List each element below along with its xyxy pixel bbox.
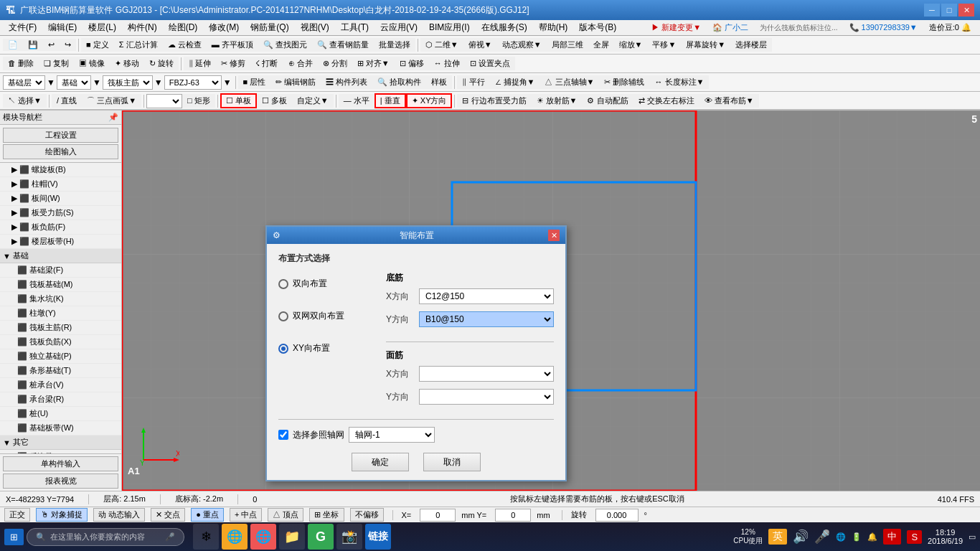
save-btn[interactable]: 💾 xyxy=(23,39,43,51)
line-type-select[interactable] xyxy=(146,94,182,108)
sidebar-item-slab-gap[interactable]: ▶ ⬛ 板间(W) xyxy=(0,192,121,206)
find-layer-btn[interactable]: 🔍 查找图元 xyxy=(258,38,312,52)
dynamic-obs-btn[interactable]: 动态观察▼ xyxy=(497,38,547,52)
menu-help[interactable]: 帮助(H) xyxy=(533,20,574,35)
define-btn[interactable]: ■ 定义 xyxy=(81,38,114,52)
snap-object[interactable]: 🖱 对象捕捉 xyxy=(36,508,88,522)
sidebar-item-sump[interactable]: ⬛ 集水坑(K) xyxy=(0,292,121,306)
xy-direction-btn[interactable]: ✦ XY方向 xyxy=(406,93,453,108)
sidebar-item-col-cap[interactable]: ▶ ⬛ 柱帽(V) xyxy=(0,177,121,192)
angle-btn[interactable]: ∠ 捕捉角▼ xyxy=(490,75,540,89)
rotate-btn[interactable]: ↻ 旋转 xyxy=(144,57,179,70)
taskbar-search[interactable]: 🔍 在这里输入你要搜索的内容 🎤 xyxy=(27,528,184,546)
network-icon[interactable]: 🌐 xyxy=(836,532,846,542)
sogo-icon[interactable]: S xyxy=(907,530,922,544)
extend-btn[interactable]: ‖ 延伸 xyxy=(184,57,216,70)
taskbar-app-1[interactable]: 🌐 xyxy=(222,524,248,550)
auto-config-btn[interactable]: ⚙ 自动配筋 xyxy=(582,94,633,108)
calc-btn[interactable]: Σ 汇总计算 xyxy=(114,38,163,52)
offset-btn[interactable]: ⊡ 偏移 xyxy=(395,57,429,70)
menu-modify[interactable]: 修改(M) xyxy=(203,20,245,35)
menu-tools[interactable]: 工具(T) xyxy=(335,20,374,35)
menu-gxe[interactable]: 🏠 广小二 xyxy=(707,21,754,34)
single-comp-btn[interactable]: 单构件输入 xyxy=(3,456,118,471)
del-aux-btn[interactable]: ✂ 删除辅线 xyxy=(599,75,649,89)
menu-edit[interactable]: 编辑(E) xyxy=(42,20,83,35)
sample-btn[interactable]: 样板 xyxy=(426,75,452,89)
move-btn[interactable]: ✦ 移动 xyxy=(110,57,144,70)
sidebar-item-isolated-found[interactable]: ⬛ 独立基础(P) xyxy=(0,349,121,364)
line-btn[interactable]: / 直线 xyxy=(52,94,82,108)
taskbar-app-6[interactable]: 链接 xyxy=(365,524,391,550)
sidebar-item-raft-neg-rebar[interactable]: ⬛ 筏板负筋(X) xyxy=(0,335,121,349)
clamp-btn[interactable]: ⊡ 设置夹点 xyxy=(465,57,515,70)
menu-new-change[interactable]: ▶ 新建变更▼ xyxy=(646,21,707,34)
break-btn[interactable]: ☇ 打断 xyxy=(250,57,283,70)
battery-icon[interactable]: 🔋 xyxy=(852,532,862,542)
menu-draw[interactable]: 绘图(D) xyxy=(163,20,204,35)
menu-phone[interactable]: 📞 13907298339▼ xyxy=(844,22,923,34)
undo-btn[interactable]: ↩ xyxy=(43,39,60,51)
sidebar-item-raft-rebar[interactable]: ⬛ 筏板主筋(R) xyxy=(0,321,121,335)
sidebar-item-neg-rebar[interactable]: ▶ ⬛ 板负筋(F) xyxy=(0,220,121,235)
radio-xy[interactable]: XY向布置 xyxy=(278,342,374,354)
x-coord-input[interactable] xyxy=(420,509,456,522)
redo-btn[interactable]: ↪ xyxy=(60,39,76,51)
zoom-btn[interactable]: 缩放▼ xyxy=(614,38,648,52)
view-rebar-btn[interactable]: 🔍 查看钢筋量 xyxy=(312,38,374,52)
face-x-select[interactable] xyxy=(419,366,554,382)
edge-rebar-btn[interactable]: ⊟ 行边布置受力筋 xyxy=(457,94,531,108)
snap-vertex[interactable]: △ 顶点 xyxy=(268,508,303,522)
taskbar-app-0[interactable]: ❄ xyxy=(193,524,219,550)
menu-rebar[interactable]: 钢筋量(Q) xyxy=(245,20,294,35)
face-y-select[interactable] xyxy=(419,389,554,405)
align-btn[interactable]: ⊞ 对齐▼ xyxy=(352,57,395,70)
axis-select[interactable]: 轴网-1 xyxy=(349,427,435,443)
sidebar-item-pile-cap[interactable]: ⬛ 桩承台(V) xyxy=(0,378,121,392)
component-name-select[interactable]: FBZJ-63 xyxy=(164,75,222,90)
trim-btn[interactable]: ✂ 修剪 xyxy=(216,57,250,70)
sidebar-item-found-band[interactable]: ⬛ 基础板带(W) xyxy=(0,421,121,435)
start-button[interactable]: ⊞ xyxy=(4,529,24,545)
fullscreen-btn[interactable]: 全屏 xyxy=(588,38,614,52)
vertical-btn[interactable]: | 垂直 xyxy=(374,93,406,108)
cancel-btn[interactable]: 取消 xyxy=(423,453,481,471)
select-btn[interactable]: ↖ 选择▼ xyxy=(3,94,47,108)
confirm-btn[interactable]: 确定 xyxy=(352,453,409,471)
view-rebar2-btn[interactable]: 👁 查看布筋▼ xyxy=(699,94,759,108)
menu-credits[interactable]: 造价豆:0 🔔 xyxy=(923,21,977,34)
sidebar-item-foundation-beam[interactable]: ⬛ 基础梁(F) xyxy=(0,263,121,278)
layer-prop-btn[interactable]: ■ 层性 xyxy=(238,75,271,89)
batch-select-btn[interactable]: 批量选择 xyxy=(374,38,415,52)
bottom-y-select[interactable]: B10@150 xyxy=(419,311,554,327)
snap-endpoint[interactable]: ● 重点 xyxy=(191,508,224,522)
minimize-button[interactable]: ─ xyxy=(924,4,940,17)
select-layer-btn[interactable]: 选择楼层 xyxy=(730,38,772,52)
snap-midpoint[interactable]: + 中点 xyxy=(230,508,262,522)
input-method-icon[interactable]: 英 xyxy=(768,529,787,545)
volume-icon[interactable]: 🔊 xyxy=(793,529,809,545)
radial-btn[interactable]: ☀ 放射筋▼ xyxy=(532,94,583,108)
split-btn[interactable]: ⊗ 分割 xyxy=(318,57,352,70)
menu-bim[interactable]: BIM应用(I) xyxy=(423,20,476,35)
copy-btn[interactable]: ❏ 复制 xyxy=(39,57,74,70)
sidebar-item-floor-band[interactable]: ▶ ⬛ 楼层板带(H) xyxy=(0,235,121,249)
report-btn[interactable]: 报表视览 xyxy=(3,474,118,489)
snap-intersection[interactable]: ✕ 交点 xyxy=(151,508,185,522)
menu-version[interactable]: 版本号(B) xyxy=(573,20,622,35)
menu-cloud[interactable]: 云应用(V) xyxy=(374,20,423,35)
snap-orthogonal[interactable]: 正交 xyxy=(4,508,30,522)
sidebar-item-spiral-plate[interactable]: ▶ ⬛ 螺旋板(B) xyxy=(0,163,121,177)
taskbar-app-3[interactable]: 📁 xyxy=(279,524,305,550)
sidebar-pin-icon[interactable]: 📌 xyxy=(108,113,118,122)
level-btn[interactable]: ▬ 齐平板顶 xyxy=(207,38,258,52)
sidebar-section-foundation[interactable]: ▼ 基础 xyxy=(0,249,121,263)
component-list-btn[interactable]: ☰ 构件列表 xyxy=(321,75,372,89)
single-board-btn[interactable]: ☐ 单板 xyxy=(220,93,257,108)
input-method-cn[interactable]: 中 xyxy=(883,529,901,545)
close-button[interactable]: ✕ xyxy=(958,4,974,17)
taskbar-app-5[interactable]: 📸 xyxy=(336,524,362,550)
sidebar-item-pile[interactable]: ⬛ 桩(U) xyxy=(0,407,121,421)
delete-btn[interactable]: 🗑 删除 xyxy=(3,57,39,70)
arc-btn[interactable]: ⌒ 三点画弧▼ xyxy=(82,94,141,108)
